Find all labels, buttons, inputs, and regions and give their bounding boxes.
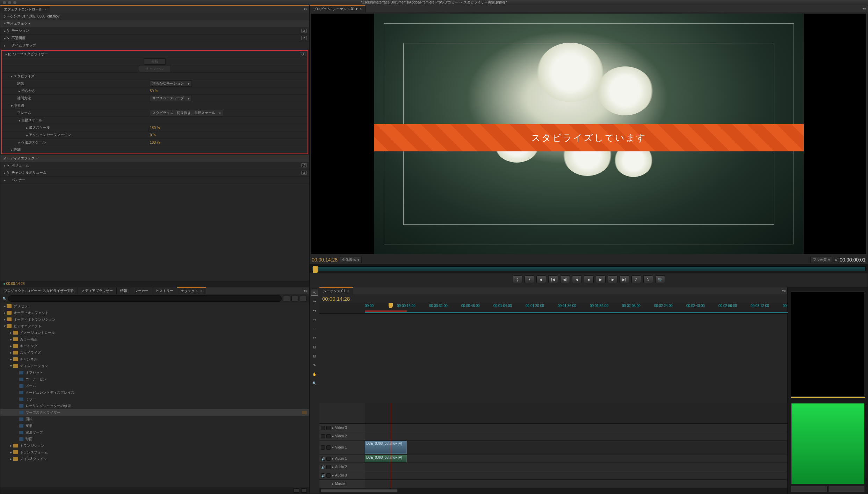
close-icon[interactable]: × — [200, 289, 202, 293]
slip-tool[interactable]: ⊟ — [311, 343, 318, 350]
folder-row[interactable]: ▸プリセット — [0, 303, 309, 309]
twirl-icon[interactable]: ▸ — [9, 444, 13, 448]
track-head-v3[interactable]: ▸Video 3 — [319, 424, 365, 432]
mark-in-button[interactable]: { — [513, 275, 522, 283]
twirl-icon[interactable]: ▾ — [9, 364, 13, 368]
effect-row[interactable]: ワープスタビライザー — [0, 409, 309, 416]
folder-row[interactable]: ▸オーディオエフェクト — [0, 309, 309, 316]
tab-effect-controls[interactable]: エフェクトコントロール× — [0, 6, 50, 13]
chevron-down-icon[interactable]: ▾ — [356, 7, 357, 11]
timeline-scrollbar[interactable] — [319, 488, 787, 494]
track-head-a2[interactable]: 🔊▸Audio 2 — [319, 463, 365, 471]
effects-tree[interactable]: ▸プリセット▸オーディオエフェクト▸オーディオトランジション▾ビデオエフェクト▸… — [0, 303, 309, 487]
folder-row[interactable]: ▸イメージコントロール — [0, 329, 309, 336]
track-head-a1[interactable]: 🔊▸Audio 1 — [319, 454, 365, 463]
ripple-tool[interactable]: ⇆ — [311, 307, 318, 314]
tab-sequence[interactable]: シーケンス 01× — [319, 287, 353, 295]
traffic-lights[interactable] — [0, 1, 16, 4]
lane-a1[interactable]: D8E_0368_cut.mov [A] — [365, 454, 787, 463]
solo-right-button[interactable] — [828, 486, 865, 492]
track-head-v2[interactable]: ▸Video 2 — [319, 432, 365, 441]
solo-left-button[interactable] — [791, 486, 827, 492]
playhead-line[interactable] — [391, 403, 391, 488]
folder-row[interactable]: ▸スタイライズ — [0, 349, 309, 356]
twirl-icon[interactable]: ▸ — [9, 457, 13, 461]
folder-row[interactable]: ▸キーイング — [0, 343, 309, 349]
scrub-handle[interactable] — [313, 266, 318, 273]
frame-dropdown[interactable]: スタビライズ、切り抜き、自動スケール — [150, 110, 223, 116]
lane-v3[interactable] — [365, 424, 787, 432]
timeline-timecode[interactable]: 00:00:14:28 — [319, 294, 353, 303]
timeline-ruler[interactable]: 00:0000:00:16:0000:00:32:0000:00:48:0000… — [319, 303, 787, 314]
tab-4[interactable]: ヒストリー — [152, 287, 177, 294]
lane-a2[interactable] — [365, 463, 787, 471]
effect-row[interactable]: 回転 — [0, 416, 309, 422]
rate-stretch-tool[interactable]: ↔ — [311, 325, 318, 332]
add-marker-button[interactable]: ◆ — [536, 275, 546, 283]
go-to-in-button[interactable]: |◀ — [548, 275, 558, 283]
audio-clip[interactable]: D8E_0368_cut.mov [A] — [365, 455, 407, 462]
play-button[interactable]: ▶ — [596, 275, 606, 283]
twirl-icon[interactable]: ▸ — [9, 351, 13, 355]
selection-tool[interactable]: ↖ — [311, 289, 318, 296]
tab-3[interactable]: マーカー — [131, 287, 152, 294]
program-viewer[interactable]: スタビライズしています — [311, 14, 866, 254]
lane-master[interactable] — [365, 480, 787, 488]
effect-row[interactable]: タービュレントディスプレイス — [0, 389, 309, 396]
pen-tool[interactable]: ✎ — [311, 361, 318, 368]
razor-tool[interactable]: ✂ — [311, 334, 318, 341]
tab-5[interactable]: エフェクト× — [177, 287, 206, 295]
lane-v1[interactable]: D8E_0368_cut.mov [V] — [365, 441, 787, 454]
effect-row[interactable]: 波形ワープ — [0, 429, 309, 436]
folder-row[interactable]: ▸オーディオトランジション — [0, 316, 309, 323]
twirl-icon[interactable]: ▸ — [9, 450, 13, 454]
video-clip[interactable]: D8E_0368_cut.mov [V] — [365, 441, 407, 454]
stop-button[interactable]: ■ — [584, 275, 594, 283]
playhead-marker-icon[interactable]: ● — [3, 282, 5, 286]
twirl-icon[interactable]: ▾ — [2, 324, 7, 328]
effect-row[interactable]: オフセット — [0, 369, 309, 376]
smoothness-value[interactable]: 50 % — [150, 89, 158, 93]
rolling-tool[interactable]: ⇔ — [311, 316, 318, 323]
twirl-icon[interactable]: ▸ — [2, 304, 7, 308]
settings-icon[interactable]: ⚙ — [834, 258, 838, 262]
fx-badge[interactable]: fx — [7, 29, 12, 33]
slide-tool[interactable]: ⊡ — [311, 352, 318, 359]
effect-row[interactable]: ズーム — [0, 382, 309, 389]
go-to-out-button[interactable]: ▶| — [620, 275, 629, 283]
folder-row[interactable]: ▾ディストーション — [0, 363, 309, 369]
panel-menu-icon[interactable]: ▾≡ — [304, 7, 308, 11]
accelerated-filter-icon[interactable] — [283, 296, 290, 301]
panel-menu-icon[interactable]: ▾≡ — [304, 289, 308, 293]
32bit-filter-icon[interactable] — [291, 296, 298, 301]
folder-row[interactable]: ▸トランスフォーム — [0, 449, 309, 456]
tab-2[interactable]: 情報 — [117, 287, 131, 294]
track-head-v1[interactable]: ▾Video 1 — [319, 441, 365, 454]
track-select-tool[interactable]: ⇥ — [311, 298, 318, 305]
step-forward-button[interactable]: |▶ — [608, 275, 617, 283]
folder-row[interactable]: ▾ビデオエフェクト — [0, 323, 309, 329]
tab-1[interactable]: メディアブラウザー — [78, 287, 117, 294]
effect-row[interactable]: ローリングシャッターの修復 — [0, 402, 309, 409]
twirl-icon[interactable]: ▸ — [2, 29, 7, 33]
effect-row[interactable]: 変形 — [0, 422, 309, 429]
tab-program[interactable]: プログラム: シーケンス 01 ▾× — [310, 5, 366, 13]
twirl-icon[interactable]: ▸ — [9, 357, 13, 361]
folder-row[interactable]: ▸ノイズ&グレイン — [0, 456, 309, 462]
effect-row[interactable]: 球面 — [0, 436, 309, 442]
zoom-tool[interactable]: 🔍 — [311, 380, 318, 387]
method-dropdown[interactable]: サブスペースワープ — [150, 95, 192, 101]
yuv-filter-icon[interactable] — [300, 296, 307, 301]
lane-a3[interactable] — [365, 471, 787, 480]
result-dropdown[interactable]: 滑らかなモーション — [150, 80, 192, 87]
extract-button[interactable]: ⤵ — [643, 275, 653, 283]
playhead-flag[interactable] — [389, 303, 393, 308]
program-scrubber[interactable] — [310, 264, 868, 273]
twirl-icon[interactable]: ▸ — [9, 337, 13, 341]
twirl-icon[interactable]: ▸ — [9, 331, 13, 335]
reset-icon[interactable]: ↺ — [301, 29, 307, 33]
effect-row[interactable]: コーナーピン — [0, 376, 309, 382]
program-timecode-left[interactable]: 00:00:14:28 — [312, 257, 338, 263]
export-frame-button[interactable]: 📷 — [655, 275, 665, 283]
mark-out-button[interactable]: } — [525, 275, 534, 283]
